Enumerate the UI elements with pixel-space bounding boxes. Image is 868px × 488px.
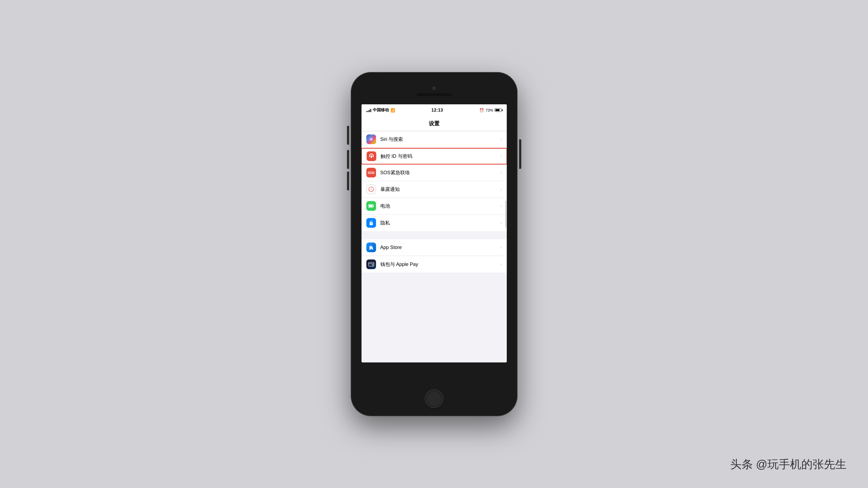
chevron-icon: ›: [500, 137, 502, 142]
battery-icon: [495, 108, 502, 112]
svg-point-5: [373, 189, 373, 190]
settings-row-sos[interactable]: SOS SOS紧急联络 ›: [362, 165, 507, 181]
battery-chevron-icon: ›: [500, 203, 502, 208]
battery-row-icon: [366, 201, 376, 211]
svg-point-20: [372, 264, 373, 265]
settings-row-touchid[interactable]: 触控 ID 与密码 ›: [362, 148, 507, 165]
settings-row-wallet[interactable]: 钱包与 Apple Pay ›: [362, 256, 507, 273]
settings-group-2: A App Store ›: [362, 239, 507, 273]
svg-rect-14: [371, 223, 371, 224]
sos-chevron-icon: ›: [500, 170, 502, 175]
privacy-label: 隐私: [380, 220, 498, 226]
svg-point-7: [372, 190, 373, 191]
settings-row-battery[interactable]: 电池 ›: [362, 198, 507, 215]
phone-bottom: [425, 362, 443, 416]
watermark: 头条 @玩手机的张先生: [730, 457, 846, 472]
privacy-chevron-icon: ›: [500, 221, 502, 225]
svg-point-3: [371, 191, 371, 191]
status-bar: 中国移动 📶 12:13 ⏰ 73%: [362, 104, 507, 116]
appstore-label: App Store: [380, 245, 498, 250]
home-button[interactable]: [425, 389, 443, 408]
battery-percent: 73%: [486, 108, 493, 112]
svg-rect-11: [369, 205, 373, 207]
wallet-label: 钱包与 Apple Pay: [380, 261, 498, 267]
status-right: ⏰ 73%: [479, 108, 502, 112]
svg-point-1: [371, 189, 371, 190]
sos-icon: SOS: [366, 168, 376, 177]
phone-frame: 中国移动 📶 12:13 ⏰ 73% 设置: [351, 72, 518, 416]
svg-point-8: [372, 188, 373, 188]
battery-label: 电池: [380, 203, 498, 209]
touchid-label: 触控 ID 与密码: [381, 153, 498, 159]
battery-container: [495, 108, 502, 112]
sos-label: SOS紧急联络: [380, 169, 498, 176]
settings-row-privacy[interactable]: 隐私 ›: [362, 215, 507, 231]
carrier-label: 中国移动: [373, 107, 389, 113]
screen: 中国移动 📶 12:13 ⏰ 73% 设置: [362, 104, 507, 362]
settings-row-siri[interactable]: Siri 与搜索 ›: [362, 131, 507, 148]
siri-label: Siri 与搜索: [380, 136, 498, 142]
svg-point-4: [369, 189, 369, 190]
camera: [432, 86, 437, 91]
svg-point-2: [371, 187, 371, 188]
nav-bar: 设置: [362, 116, 507, 131]
svg-text:A: A: [369, 247, 371, 250]
signal-icon: [366, 108, 371, 112]
wallet-chevron-icon: ›: [500, 262, 502, 267]
clock: 12:13: [431, 108, 443, 113]
settings-row-appstore[interactable]: A App Store ›: [362, 239, 507, 256]
svg-point-9: [369, 190, 370, 191]
appstore-icon: A: [366, 242, 376, 252]
siri-icon: [366, 134, 376, 144]
speaker: [417, 93, 452, 96]
wallet-icon: [366, 259, 376, 269]
wifi-icon: 📶: [391, 108, 395, 112]
settings-group-1: Siri 与搜索 › 触控 ID 与密码 ›: [362, 131, 507, 231]
touchid-icon: [367, 151, 376, 161]
battery-fill: [495, 109, 499, 111]
alarm-icon: ⏰: [479, 108, 484, 112]
exposure-label: 暴露通知: [380, 186, 498, 193]
exposure-chevron-icon: ›: [500, 187, 502, 192]
svg-point-6: [369, 188, 370, 188]
page-title: 设置: [429, 120, 439, 127]
group-spacer: [362, 232, 507, 239]
status-left: 中国移动 📶: [366, 107, 395, 113]
scroll-indicator: [505, 201, 506, 227]
svg-rect-12: [373, 205, 374, 207]
touchid-chevron-icon: ›: [500, 154, 501, 159]
settings-content: Siri 与搜索 › 触控 ID 与密码 ›: [362, 131, 507, 362]
appstore-chevron-icon: ›: [500, 245, 502, 250]
privacy-icon: [366, 218, 376, 228]
exposure-icon: [366, 185, 376, 194]
phone-top: [351, 72, 518, 104]
settings-list: Siri 与搜索 › 触控 ID 与密码 ›: [362, 131, 507, 273]
settings-row-exposure[interactable]: 暴露通知 ›: [362, 181, 507, 198]
